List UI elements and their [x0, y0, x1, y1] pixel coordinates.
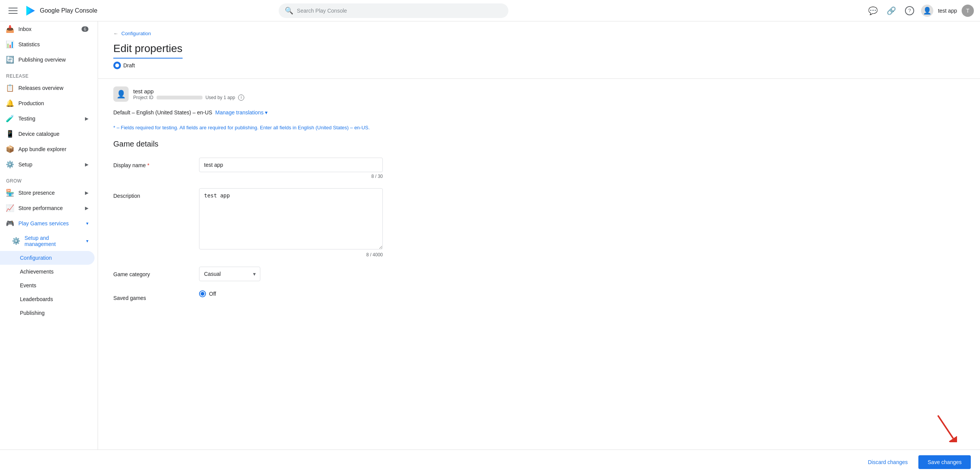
bottom-bar: Discard changes Save changes: [0, 450, 980, 474]
main-content: ← Configuration Edit properties Draft 👤 …: [98, 21, 980, 450]
logo-link[interactable]: Google Play Console: [24, 5, 97, 17]
help-icon: ?: [905, 6, 914, 15]
game-category-label: Game category: [113, 267, 190, 277]
hamburger-icon: [8, 6, 18, 15]
link-icon: 🔗: [887, 6, 896, 15]
manage-trans-chevron-icon: ▾: [265, 109, 268, 116]
topbar: Google Play Console 🔍 💬 🔗 ? 👤 test app T: [0, 0, 980, 21]
testing-chevron-icon: ▶: [85, 116, 88, 121]
sidebar-item-testing[interactable]: 🧪 Testing ▶: [0, 111, 95, 126]
app-project: Project ID Used by 1 app i: [133, 94, 244, 101]
sidebar-item-production[interactable]: 🔔 Production: [0, 96, 95, 111]
sidebar-item-inbox-label: Inbox: [18, 26, 31, 32]
sidebar-item-play-games-label: Play Games services: [18, 220, 69, 226]
project-label: Project ID: [133, 95, 154, 100]
required-note-text: * – Fields required for testing. All fie…: [113, 125, 370, 130]
display-name-required-star: *: [147, 162, 149, 168]
search-container: 🔍: [279, 3, 508, 18]
app-name: test app: [133, 88, 244, 94]
description-row: Description test app 8 / 4000: [113, 188, 965, 257]
sidebar-item-leaderboards-label: Leaderboards: [20, 296, 53, 302]
comment-button[interactable]: 💬: [866, 4, 880, 18]
lang-default-text: Default – English (United States) – en-U…: [113, 109, 212, 116]
divider-top: [98, 78, 980, 79]
sidebar-item-publishing[interactable]: Publishing: [0, 306, 95, 320]
page-title: Edit properties: [113, 42, 183, 59]
game-category-select[interactable]: Casual Action Adventure Puzzle RPG Sport…: [199, 267, 260, 281]
mgmt-chevron-icon: ▾: [86, 238, 88, 244]
sidebar-item-device-catalogue[interactable]: 📱 Device catalogue: [0, 126, 95, 142]
draft-label: Draft: [123, 62, 135, 68]
releases-icon: 📋: [6, 84, 14, 92]
manage-translations-button[interactable]: Manage translations ▾: [215, 109, 268, 116]
sidebar: 📥 Inbox 6 📊 Statistics 🔄 Publishing over…: [0, 21, 98, 450]
sidebar-item-events-label: Events: [20, 282, 36, 288]
info-icon[interactable]: i: [238, 94, 244, 101]
sidebar-item-store-performance[interactable]: 📈 Store performance ▶: [0, 200, 95, 216]
user-avatar[interactable]: T: [962, 5, 974, 17]
manage-trans-label: Manage translations: [215, 109, 263, 116]
search-input[interactable]: [297, 8, 502, 14]
sidebar-item-testing-label: Testing: [18, 116, 35, 122]
sidebar-item-leaderboards[interactable]: Leaderboards: [0, 292, 95, 306]
link-button[interactable]: 🔗: [884, 4, 898, 18]
description-control: test app 8 / 4000: [199, 188, 383, 257]
device-icon: 📱: [6, 130, 14, 138]
logo-text: Google Play Console: [40, 7, 97, 14]
avatar: 👤: [921, 5, 933, 17]
comment-icon: 💬: [868, 6, 878, 15]
saved-games-radio-button[interactable]: [199, 290, 206, 297]
sidebar-item-publishing-label: Publishing overview: [18, 57, 66, 63]
sidebar-item-publishing-overview[interactable]: 🔄 Publishing overview: [0, 52, 95, 67]
store-chevron-icon: ▶: [85, 190, 88, 195]
topbar-right: 💬 🔗 ? 👤 test app T: [866, 4, 974, 18]
sidebar-item-production-label: Production: [18, 100, 44, 106]
display-name-char-count: 8 / 30: [199, 174, 383, 179]
breadcrumb-text: Configuration: [121, 31, 151, 36]
display-name-row: Display name * 8 / 30: [113, 158, 965, 179]
sidebar-item-setup-management[interactable]: ⚙️ Setup and management ▾: [0, 231, 95, 251]
required-note: * – Fields required for testing. All fie…: [113, 125, 965, 130]
sidebar-item-performance-label: Store performance: [18, 205, 63, 211]
saved-games-off-label: Off: [209, 291, 216, 297]
help-button[interactable]: ?: [903, 4, 916, 18]
breadcrumb[interactable]: ← Configuration: [113, 31, 965, 36]
sidebar-item-achievements[interactable]: Achievements: [0, 265, 95, 279]
sidebar-item-store-presence[interactable]: 🏪 Store presence ▶: [0, 185, 95, 200]
sidebar-item-configuration[interactable]: Configuration: [0, 251, 95, 265]
production-icon: 🔔: [6, 99, 14, 107]
saved-games-row: Saved games Off: [113, 290, 965, 301]
display-name-input[interactable]: [199, 158, 383, 172]
app-icon-glyph: 👤: [116, 90, 126, 99]
play-games-icon: 🎮: [6, 220, 14, 227]
performance-icon: 📈: [6, 204, 14, 212]
bundle-icon: 📦: [6, 145, 14, 153]
saved-games-control: Off: [199, 290, 383, 297]
game-details-title: Game details: [113, 140, 965, 148]
saved-games-label: Saved games: [113, 290, 190, 301]
sidebar-item-config-label: Configuration: [20, 255, 52, 261]
sidebar-item-play-games[interactable]: 🎮 Play Games services ▾: [0, 216, 95, 231]
app-info-row: 👤 test app Project ID Used by 1 app i: [113, 86, 965, 102]
sidebar-item-achieve-label: Achievements: [20, 269, 54, 275]
inbox-icon: 📥: [6, 25, 14, 33]
sidebar-item-events[interactable]: Events: [0, 279, 95, 292]
user-name[interactable]: test app: [938, 8, 957, 14]
release-section-label: Release: [0, 67, 98, 80]
mgmt-icon: ⚙️: [12, 237, 20, 245]
setup-chevron-icon: ▶: [85, 162, 88, 167]
statistics-icon: 📊: [6, 41, 14, 48]
hamburger-menu-button[interactable]: [6, 4, 20, 18]
game-category-row: Game category Casual Action Adventure Pu…: [113, 267, 965, 281]
sidebar-item-statistics[interactable]: 📊 Statistics: [0, 37, 95, 52]
sidebar-item-inbox[interactable]: 📥 Inbox 6: [0, 21, 95, 37]
sidebar-item-setup[interactable]: ⚙️ Setup ▶: [0, 157, 95, 172]
description-textarea[interactable]: test app: [199, 188, 383, 249]
setup-icon: ⚙️: [6, 161, 14, 168]
breadcrumb-arrow-icon: ←: [113, 31, 118, 36]
user-avatar-icon: T: [966, 8, 970, 14]
save-changes-button[interactable]: Save changes: [918, 455, 971, 469]
sidebar-item-releases-overview[interactable]: 📋 Releases overview: [0, 80, 95, 96]
sidebar-item-app-bundle[interactable]: 📦 App bundle explorer: [0, 142, 95, 157]
discard-changes-button[interactable]: Discard changes: [862, 456, 914, 468]
